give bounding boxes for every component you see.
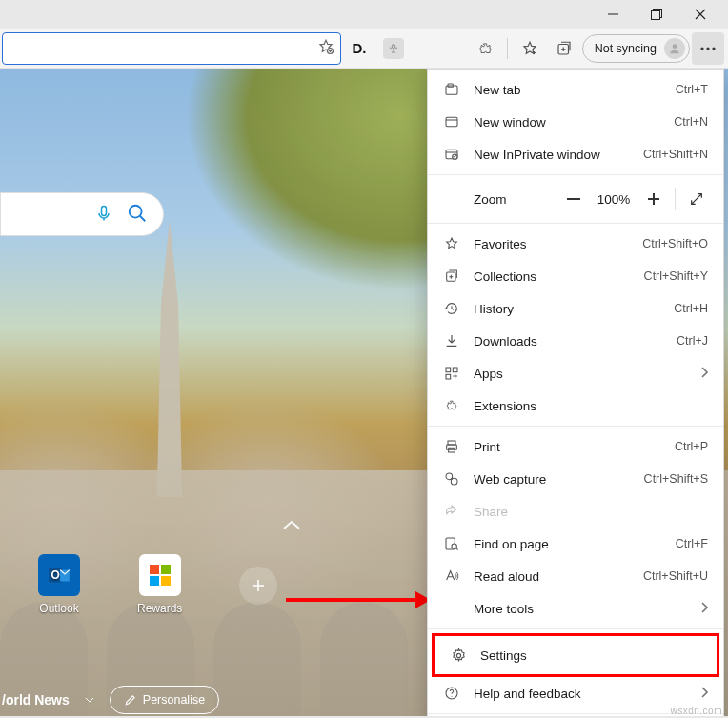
collections-menu-icon [443, 268, 460, 285]
svg-point-35 [456, 653, 460, 657]
svg-point-3 [392, 44, 395, 48]
menu-help[interactable]: Help and feedback [428, 677, 723, 709]
svg-rect-28 [448, 441, 455, 445]
svg-rect-15 [161, 565, 171, 574]
zoom-value: 100% [591, 192, 637, 207]
extensions-icon[interactable] [469, 32, 501, 65]
address-bar[interactable] [2, 32, 341, 65]
svg-point-10 [130, 205, 142, 217]
quick-links: O Outlook Rewards [38, 554, 277, 615]
window-minimize-button[interactable] [591, 0, 635, 29]
apps-icon [443, 365, 460, 382]
help-icon [443, 685, 460, 702]
add-tile-button[interactable] [239, 567, 277, 605]
svg-point-34 [452, 544, 456, 548]
puzzle-icon [443, 397, 460, 414]
svg-rect-9 [102, 206, 107, 215]
favorites-icon[interactable] [514, 32, 546, 65]
svg-point-6 [700, 47, 703, 50]
bottom-bar: /orld News Personalise [0, 686, 219, 714]
read-aloud-icon [443, 568, 460, 585]
expand-up-icon[interactable] [282, 518, 301, 533]
menu-extensions[interactable]: Extensions [428, 389, 723, 422]
chevron-right-icon [700, 601, 708, 616]
svg-point-5 [673, 44, 677, 49]
svg-point-7 [706, 47, 709, 50]
more-menu-button[interactable] [692, 32, 724, 65]
toolbar-divider [507, 38, 508, 59]
menu-favorites[interactable]: Favorites Ctrl+Shift+O [428, 228, 723, 260]
profile-sync-button[interactable]: Not syncing [582, 34, 690, 63]
microsoft-icon [139, 554, 181, 596]
menu-zoom: Zoom 100% [428, 179, 723, 219]
window-titlebar [0, 0, 728, 29]
collections-icon[interactable] [548, 32, 580, 65]
zoom-out-button[interactable] [556, 182, 591, 216]
svg-point-8 [712, 47, 715, 50]
window-close-button[interactable] [678, 0, 722, 29]
find-icon [443, 535, 460, 552]
svg-text:O: O [51, 568, 60, 582]
history-icon [443, 300, 460, 317]
world-news-label[interactable]: /orld News [2, 692, 70, 708]
outlook-icon: O [38, 554, 80, 596]
personalise-label: Personalise [143, 693, 205, 707]
menu-new-window[interactable]: New window Ctrl+N [428, 106, 723, 138]
web-capture-icon [443, 470, 460, 488]
personalise-button[interactable]: Personalise [110, 686, 219, 714]
settings-menu: New tab Ctrl+T New window Ctrl+N New InP… [427, 69, 724, 716]
svg-rect-27 [446, 374, 451, 379]
menu-apps[interactable]: Apps [428, 357, 723, 389]
microphone-icon[interactable] [94, 202, 113, 228]
svg-rect-25 [446, 368, 451, 372]
menu-more-tools[interactable]: More tools [428, 592, 723, 625]
add-favorite-icon[interactable] [317, 38, 334, 58]
download-icon [443, 332, 460, 349]
gear-icon [450, 647, 467, 664]
menu-share: Share [428, 495, 723, 528]
extension-d-icon[interactable]: D. [343, 32, 375, 65]
inprivate-icon [443, 146, 460, 163]
extension-box-icon[interactable] [383, 38, 404, 59]
zoom-in-button[interactable] [637, 182, 671, 216]
new-window-icon [443, 113, 460, 130]
print-icon [443, 438, 460, 455]
svg-rect-1 [652, 11, 660, 20]
menu-new-inprivate[interactable]: New InPrivate window Ctrl+Shift+N [428, 138, 723, 170]
search-box[interactable] [0, 192, 164, 236]
menu-find[interactable]: Find on page Ctrl+F [428, 528, 723, 560]
window-restore-button[interactable] [635, 0, 678, 29]
menu-collections[interactable]: Collections Ctrl+Shift+Y [428, 260, 723, 292]
menu-settings[interactable]: Settings [435, 636, 717, 674]
menu-print[interactable]: Print Ctrl+P [428, 430, 723, 463]
svg-rect-26 [453, 368, 457, 372]
menu-history[interactable]: History Ctrl+H [428, 292, 723, 325]
svg-point-37 [451, 696, 452, 697]
tile-outlook[interactable]: O Outlook [38, 554, 80, 615]
menu-read-aloud[interactable]: Read aloud Ctrl+Shift+U [428, 560, 723, 592]
sync-label: Not syncing [595, 42, 657, 55]
fullscreen-button[interactable] [679, 182, 714, 216]
chevron-right-icon [700, 686, 708, 701]
pencil-icon [124, 693, 137, 707]
tile-rewards[interactable]: Rewards [137, 554, 182, 615]
tile-outlook-label: Outlook [39, 602, 78, 615]
settings-highlight: Settings [432, 633, 719, 677]
menu-downloads[interactable]: Downloads Ctrl+J [428, 325, 723, 357]
tile-rewards-label: Rewards [137, 602, 182, 615]
svg-rect-17 [161, 576, 171, 586]
menu-web-capture[interactable]: Web capture Ctrl+Shift+S [428, 463, 723, 495]
svg-rect-14 [150, 565, 159, 574]
menu-new-tab[interactable]: New tab Ctrl+T [428, 73, 723, 106]
svg-rect-16 [150, 576, 159, 586]
chevron-right-icon [700, 366, 708, 381]
page-content: O Outlook Rewards /orld News Personalise… [0, 69, 728, 716]
avatar-icon [664, 38, 685, 59]
svg-rect-20 [446, 117, 457, 126]
annotation-arrow [286, 598, 419, 602]
search-icon[interactable] [127, 203, 148, 227]
browser-toolbar: D. Not syncing [0, 29, 728, 69]
watermark: wsxdn.com [670, 706, 722, 716]
share-icon [443, 503, 460, 520]
svg-rect-23 [567, 198, 580, 200]
